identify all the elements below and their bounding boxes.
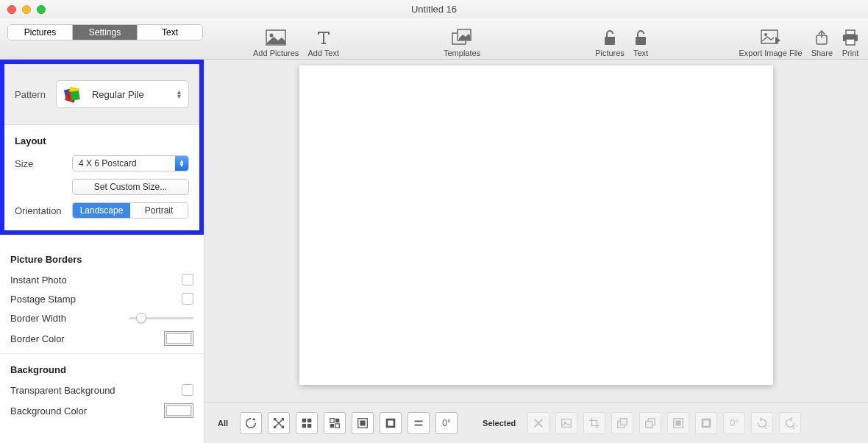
fill-selected-button[interactable] <box>695 412 717 434</box>
svg-rect-18 <box>302 423 306 427</box>
svg-point-1 <box>270 34 274 38</box>
svg-rect-11 <box>846 39 855 45</box>
svg-rect-17 <box>307 418 311 422</box>
settings-sidebar: Pattern Regular Pile ▲▼ Layout Size 4 X … <box>0 60 204 443</box>
sidebar-tabs: Pictures Settings Text <box>7 24 203 40</box>
size-label: Size <box>15 158 72 169</box>
export-button[interactable]: Export Image File <box>734 18 806 60</box>
tab-text[interactable]: Text <box>138 25 202 40</box>
svg-rect-22 <box>330 423 334 427</box>
crop-button[interactable] <box>583 412 605 434</box>
svg-rect-37 <box>704 420 709 425</box>
canvas-area <box>204 60 868 402</box>
set-custom-size-button[interactable]: Set Custom Size... <box>72 179 189 195</box>
templates-button[interactable]: Templates <box>439 18 485 60</box>
grid-4-button[interactable] <box>296 412 318 434</box>
highlighted-region: Pattern Regular Pile ▲▼ Layout Size 4 X … <box>0 60 204 235</box>
window-title: Untitled 16 <box>0 4 868 15</box>
unlock-icon <box>602 26 617 49</box>
text-icon <box>316 26 332 49</box>
tab-pictures[interactable]: Pictures <box>8 25 73 40</box>
svg-rect-19 <box>307 423 311 427</box>
pattern-select[interactable]: Regular Pile ▲▼ <box>56 80 189 108</box>
lock-pictures-button[interactable]: Pictures <box>591 18 629 60</box>
bring-forward-button[interactable] <box>611 412 633 434</box>
tab-settings[interactable]: Settings <box>73 25 138 40</box>
transparent-bg-label: Transparent Background <box>10 385 115 396</box>
selected-label: Selected <box>483 419 516 428</box>
fit-button[interactable] <box>352 412 374 434</box>
background-section: Background Transparent Background Backgr… <box>0 354 204 433</box>
svg-rect-4 <box>605 37 615 45</box>
chevron-updown-icon: ▲▼ <box>176 90 182 99</box>
rotate-cw-button[interactable]: 1° <box>779 412 801 434</box>
svg-rect-16 <box>302 418 306 422</box>
titlebar: Untitled 16 <box>0 0 868 18</box>
reset-rotation-button[interactable]: 0° <box>435 412 458 434</box>
chevron-updown-icon: ▲▼ <box>175 156 188 171</box>
add-text-button[interactable]: Add Text <box>303 18 344 60</box>
add-pictures-button[interactable]: Add Pictures <box>249 18 303 60</box>
postage-stamp-label: Postage Stamp <box>10 294 76 305</box>
svg-rect-23 <box>335 423 339 427</box>
orientation-segment: Landscape Portrait <box>72 202 188 219</box>
svg-rect-5 <box>636 37 646 45</box>
all-label: All <box>218 419 228 428</box>
border-width-slider[interactable] <box>129 312 193 324</box>
svg-rect-21 <box>335 418 339 422</box>
send-backward-button[interactable] <box>639 412 661 434</box>
rotate-ccw-button[interactable]: 1° <box>751 412 773 434</box>
pattern-value: Regular Pile <box>92 89 144 100</box>
picture-borders-section: Picture Borders Instant Photo Postage St… <box>0 235 204 354</box>
equal-size-button[interactable] <box>408 412 430 434</box>
svg-point-7 <box>764 33 767 36</box>
orientation-label: Orientation <box>15 205 72 216</box>
fit-selected-button[interactable] <box>667 412 689 434</box>
bottom-toolbar: All 0° Selected 0° 1° 1° <box>204 402 868 443</box>
layout-section: Layout Size 4 X 6 Postcard ▲▼ Set Custom… <box>4 125 199 230</box>
postage-stamp-checkbox[interactable] <box>182 293 193 305</box>
unlock-icon <box>633 26 648 49</box>
orientation-portrait[interactable]: Portrait <box>130 203 188 218</box>
svg-rect-27 <box>388 420 393 425</box>
share-button[interactable]: Share <box>807 18 837 60</box>
size-select[interactable]: 4 X 6 Postcard ▲▼ <box>72 155 189 171</box>
background-heading: Background <box>10 364 193 375</box>
pattern-pile-icon <box>63 85 82 104</box>
svg-rect-25 <box>360 420 365 425</box>
picture-borders-heading: Picture Borders <box>10 254 193 265</box>
canvas[interactable] <box>299 65 773 385</box>
fill-button[interactable] <box>380 412 402 434</box>
delete-button[interactable] <box>527 412 549 434</box>
svg-rect-15 <box>70 91 80 101</box>
background-color-swatch[interactable] <box>164 403 193 418</box>
lock-text-button[interactable]: Text <box>629 18 652 60</box>
layout-heading: Layout <box>15 135 189 146</box>
reload-button[interactable] <box>240 412 262 434</box>
border-width-label: Border Width <box>10 313 66 324</box>
background-color-label: Background Color <box>10 405 87 417</box>
picture-icon <box>266 26 286 49</box>
pattern-label: Pattern <box>15 89 46 100</box>
instant-photo-label: Instant Photo <box>10 274 67 286</box>
instant-photo-checkbox[interactable] <box>182 274 193 286</box>
share-icon <box>814 26 829 49</box>
export-icon <box>761 26 781 49</box>
replace-image-button[interactable] <box>555 412 577 434</box>
border-color-swatch[interactable] <box>164 331 193 346</box>
svg-rect-20 <box>330 418 334 422</box>
pattern-row: Pattern Regular Pile ▲▼ <box>4 64 199 125</box>
svg-rect-35 <box>676 420 681 425</box>
transparent-bg-checkbox[interactable] <box>182 384 193 396</box>
shuffle-button[interactable] <box>268 412 290 434</box>
svg-rect-9 <box>846 30 855 35</box>
grid-alt-button[interactable] <box>324 412 346 434</box>
border-color-label: Border Color <box>10 333 65 344</box>
templates-icon <box>451 26 473 49</box>
svg-rect-31 <box>621 418 627 425</box>
toolbar: Pictures Settings Text Add Pictures Add … <box>0 18 868 60</box>
print-icon <box>842 26 859 49</box>
reset-rotation-selected-button[interactable]: 0° <box>723 412 745 434</box>
print-button[interactable]: Print <box>837 18 864 60</box>
orientation-landscape[interactable]: Landscape <box>73 203 130 218</box>
